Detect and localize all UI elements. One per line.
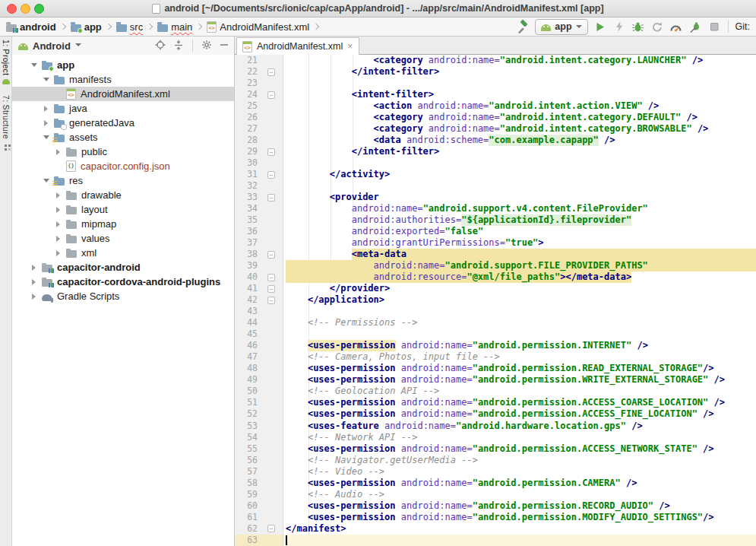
fold-marker-icon[interactable]: –	[267, 68, 275, 76]
code-line-33[interactable]: 33– <provider	[235, 192, 756, 203]
tree-item-public[interactable]: public	[12, 144, 234, 159]
collapsed-arrow-icon[interactable]	[53, 192, 63, 198]
coverage-button[interactable]	[650, 20, 664, 33]
fold-marker-icon[interactable]: –	[267, 297, 275, 304]
fold-marker-icon[interactable]: –	[267, 274, 275, 281]
tree-item-java[interactable]: java	[12, 101, 234, 116]
fold-marker-icon[interactable]: –	[267, 285, 275, 293]
code-line-42[interactable]: 42– </application>	[235, 294, 756, 306]
code-line-58[interactable]: 58 <uses-permission android:name="androi…	[235, 478, 756, 489]
hide-tool-window-button[interactable]	[219, 40, 229, 52]
tree-item-drawable[interactable]: drawable	[12, 188, 234, 202]
collapsed-arrow-icon[interactable]	[53, 221, 63, 227]
build-hammer-button[interactable]	[516, 20, 530, 33]
fold-marker-icon[interactable]: –	[267, 525, 275, 532]
breadcrumb-item-android[interactable]: android	[6, 21, 56, 33]
code-line-62[interactable]: 62–</manifest>	[235, 523, 756, 535]
code-line-39[interactable]: 39 android:name="android.support.FILE_PR…	[235, 260, 756, 271]
collapsed-arrow-icon[interactable]	[53, 149, 63, 155]
code-line-43[interactable]: 43	[235, 306, 756, 317]
code-line-57[interactable]: 57 <!-- Video -->	[235, 466, 756, 478]
tree-item-assets[interactable]: assets	[12, 130, 234, 144]
code-line-30[interactable]: 30	[235, 157, 756, 169]
fold-marker-icon[interactable]: –	[267, 171, 275, 179]
code-line-45[interactable]: 45	[235, 329, 756, 340]
debug-button[interactable]	[631, 20, 645, 33]
tree-item-app[interactable]: app	[12, 58, 234, 72]
tree-item-values[interactable]: values	[12, 231, 234, 246]
tree-item-xml[interactable]: xml	[12, 246, 234, 260]
fold-marker-icon[interactable]: –	[267, 251, 275, 259]
tree-item-capacitor-config-json[interactable]: capacitor.config.json	[12, 159, 234, 173]
collapsed-arrow-icon[interactable]	[41, 106, 51, 112]
code-line-25[interactable]: 25 <action android:name="android.intent.…	[235, 100, 756, 112]
code-line-49[interactable]: 49 <uses-permission android:name="androi…	[235, 374, 756, 386]
run-configuration-select[interactable]: app	[535, 19, 587, 35]
collapsed-arrow-icon[interactable]	[53, 207, 63, 213]
code-line-26[interactable]: 26 <category android:name="android.inten…	[235, 112, 756, 123]
code-line-32[interactable]: 32	[235, 180, 756, 192]
breadcrumb-item-androidmanifest-xml[interactable]: AndroidManifest.xml	[207, 21, 309, 33]
run-button[interactable]	[593, 20, 607, 33]
code-line-31[interactable]: 31– </activity>	[235, 169, 756, 180]
settings-gear-button[interactable]	[201, 39, 213, 53]
code-line-34[interactable]: 34 android:name="android.support.v4.cont…	[235, 203, 756, 214]
code-editor[interactable]: 21 <category android:name="android.inten…	[235, 55, 756, 546]
code-line-21[interactable]: 21 <category android:name="android.inten…	[235, 55, 756, 66]
code-line-51[interactable]: 51 <uses-permission android:name="androi…	[235, 397, 756, 408]
code-line-60[interactable]: 60 <uses-permission android:name="androi…	[235, 500, 756, 512]
code-line-24[interactable]: 24– <intent-filter>	[235, 89, 756, 100]
code-line-44[interactable]: 44 <!-- Permissions -->	[235, 317, 756, 329]
code-line-54[interactable]: 54 <!-- Network API -->	[235, 432, 756, 443]
code-line-41[interactable]: 41– </provider>	[235, 283, 756, 294]
close-window-button[interactable]	[7, 4, 17, 14]
code-line-46[interactable]: 46 <uses-permission android:name="androi…	[235, 340, 756, 351]
collapsed-arrow-icon[interactable]	[53, 250, 63, 256]
tool-button-project[interactable]: 1: Project	[2, 40, 11, 84]
code-line-37[interactable]: 37 android:grantUriPermissions="true">	[235, 237, 756, 249]
code-line-59[interactable]: 59 <!-- Audio -->	[235, 489, 756, 500]
code-line-23[interactable]: 23	[235, 78, 756, 89]
project-view-select[interactable]: Android	[18, 40, 81, 52]
tool-button-structure[interactable]: 7: Structure	[2, 95, 11, 148]
profiler-button[interactable]	[669, 20, 683, 33]
tree-item-capacitor-cordova-android-plugins[interactable]: capacitor-cordova-android-plugins	[12, 275, 234, 289]
expanded-arrow-icon[interactable]	[41, 179, 51, 183]
code-line-38[interactable]: 38– <meta-data	[235, 249, 756, 260]
expanded-arrow-icon[interactable]	[41, 78, 51, 81]
code-line-56[interactable]: 56 <!-- Navigator.getUserMedia -->	[235, 455, 756, 466]
code-line-52[interactable]: 52 <uses-permission android:name="androi…	[235, 408, 756, 420]
breadcrumb-item-main[interactable]: main	[157, 21, 192, 33]
collapsed-arrow-icon[interactable]	[53, 236, 63, 242]
zoom-window-button[interactable]	[34, 4, 44, 14]
code-line-36[interactable]: 36 android:exported="false"	[235, 226, 756, 237]
code-line-61[interactable]: 61 <uses-permission android:name="androi…	[235, 512, 756, 523]
minimize-window-button[interactable]	[21, 4, 30, 14]
code-line-50[interactable]: 50 <!-- Geolocation API -->	[235, 386, 756, 397]
tree-item-layout[interactable]: layout	[12, 202, 234, 217]
breadcrumb-item-app[interactable]: app	[71, 21, 102, 33]
tab-androidmanifest[interactable]: AndroidManifest.xml ×	[236, 37, 359, 55]
tree-item-capacitor-android[interactable]: capacitor-android	[12, 260, 234, 275]
attach-debugger-button[interactable]	[688, 20, 702, 33]
collapse-all-button[interactable]	[172, 39, 185, 53]
code-line-29[interactable]: 29– </intent-filter>	[235, 146, 756, 157]
expanded-arrow-icon[interactable]	[41, 135, 51, 139]
fold-marker-icon[interactable]: –	[267, 148, 275, 156]
code-line-40[interactable]: 40– android:resource="@xml/file_paths"><…	[235, 271, 756, 283]
expanded-arrow-icon[interactable]	[29, 63, 39, 67]
code-line-48[interactable]: 48 <uses-permission android:name="androi…	[235, 363, 756, 374]
tree-item-generatedjava[interactable]: generatedJava	[12, 116, 234, 130]
collapsed-arrow-icon[interactable]	[29, 294, 39, 300]
tree-item-gradle-scripts[interactable]: Gradle Scripts	[12, 289, 234, 303]
tree-item-res[interactable]: res	[12, 173, 234, 188]
code-line-47[interactable]: 47 <!-- Camera, Photos, input file -->	[235, 351, 756, 363]
collapsed-arrow-icon[interactable]	[29, 279, 39, 285]
collapsed-arrow-icon[interactable]	[41, 120, 51, 126]
code-line-55[interactable]: 55 <uses-permission android:name="androi…	[235, 443, 756, 455]
code-line-35[interactable]: 35 android:authorities="${applicationId}…	[235, 214, 756, 226]
locate-file-button[interactable]	[154, 39, 166, 53]
fold-marker-icon[interactable]: –	[267, 194, 275, 202]
code-line-22[interactable]: 22– </intent-filter>	[235, 66, 756, 78]
tree-item-androidmanifest-xml[interactable]: AndroidManifest.xml	[12, 87, 234, 101]
